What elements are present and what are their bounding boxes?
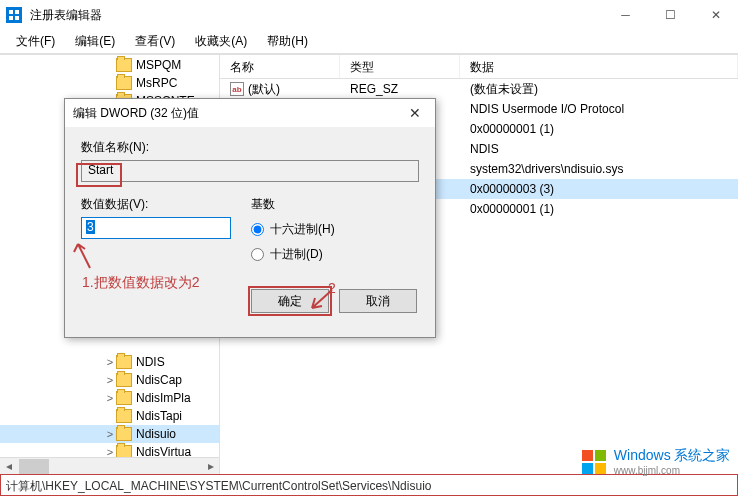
cell-data: NDIS: [460, 142, 738, 156]
tree-item[interactable]: >Ndisuio: [0, 425, 219, 443]
tree-item-label: NdisTapi: [136, 409, 182, 423]
col-type[interactable]: 类型: [340, 55, 460, 78]
svg-rect-6: [582, 463, 593, 474]
watermark-url: www.bjjml.com: [614, 465, 730, 476]
expand-icon[interactable]: >: [104, 428, 116, 440]
value-data-field[interactable]: 3: [81, 217, 231, 239]
dialog-titlebar: 编辑 DWORD (32 位)值 ✕: [65, 99, 435, 127]
minimize-button[interactable]: ─: [603, 0, 648, 30]
folder-icon: [116, 409, 132, 423]
menu-favorites[interactable]: 收藏夹(A): [185, 31, 257, 52]
regedit-icon: [6, 7, 22, 23]
folder-icon: [116, 76, 132, 90]
dialog-close-button[interactable]: ✕: [403, 105, 427, 121]
cell-data: 0x00000001 (1): [460, 122, 738, 136]
tree-item-label: MSPQM: [136, 58, 181, 72]
scroll-thumb[interactable]: [19, 459, 49, 474]
cell-data: (数值未设置): [460, 81, 738, 98]
expand-icon[interactable]: >: [104, 374, 116, 386]
menu-help[interactable]: 帮助(H): [257, 31, 318, 52]
tree-item-label: NdisImPla: [136, 391, 191, 405]
radio-hex-input[interactable]: [251, 223, 264, 236]
svg-rect-0: [9, 10, 13, 14]
menu-view[interactable]: 查看(V): [125, 31, 185, 52]
ok-button[interactable]: 确定: [251, 289, 329, 313]
tree-item[interactable]: >NdisImPla: [0, 389, 219, 407]
string-value-icon: ab: [230, 82, 244, 96]
folder-icon: [116, 391, 132, 405]
svg-rect-2: [9, 16, 13, 20]
cell-type: REG_SZ: [340, 82, 460, 96]
menu-edit[interactable]: 编辑(E): [65, 31, 125, 52]
cell-data: NDIS Usermode I/O Protocol: [460, 102, 738, 116]
window-titlebar: 注册表编辑器 ─ ☐ ✕: [0, 0, 738, 30]
dialog-title: 编辑 DWORD (32 位)值: [73, 105, 199, 122]
scroll-right-icon[interactable]: ▸: [202, 458, 219, 475]
folder-icon: [116, 355, 132, 369]
edit-dword-dialog: 编辑 DWORD (32 位)值 ✕ 数值名称(N): Start 数值数据(V…: [64, 98, 436, 338]
radio-dec[interactable]: 十进制(D): [251, 246, 335, 263]
list-header: 名称 类型 数据: [220, 55, 738, 79]
tree-item[interactable]: >NDIS: [0, 353, 219, 371]
tree-item[interactable]: MSPQM: [0, 56, 219, 74]
tree-item[interactable]: MsRPC: [0, 74, 219, 92]
value-name: (默认): [248, 81, 280, 98]
menu-file[interactable]: 文件(F): [6, 31, 65, 52]
cell-data: 0x00000001 (1): [460, 202, 738, 216]
svg-rect-7: [595, 463, 606, 474]
scroll-left-icon[interactable]: ◂: [0, 458, 17, 475]
col-name[interactable]: 名称: [220, 55, 340, 78]
watermark: Windows 系统之家 www.bjjml.com: [580, 447, 730, 476]
list-row[interactable]: ab(默认)REG_SZ(数值未设置): [220, 79, 738, 99]
tree-item-label: Ndisuio: [136, 427, 176, 441]
cancel-button[interactable]: 取消: [339, 289, 417, 313]
windows-logo-icon: [580, 448, 608, 476]
folder-icon: [116, 58, 132, 72]
statusbar-path: 计算机\HKEY_LOCAL_MACHINE\SYSTEM\CurrentCon…: [0, 474, 738, 496]
expand-icon[interactable]: >: [104, 356, 116, 368]
window-title: 注册表编辑器: [30, 7, 102, 24]
radio-dec-input[interactable]: [251, 248, 264, 261]
base-label: 基数: [251, 196, 335, 213]
svg-rect-3: [15, 16, 19, 20]
menubar: 文件(F) 编辑(E) 查看(V) 收藏夹(A) 帮助(H): [0, 30, 738, 54]
tree-horizontal-scrollbar[interactable]: ◂ ▸: [0, 457, 219, 474]
folder-icon: [116, 373, 132, 387]
tree-item-label: NDIS: [136, 355, 165, 369]
radio-hex[interactable]: 十六进制(H): [251, 221, 335, 238]
cell-data: system32\drivers\ndisuio.sys: [460, 162, 738, 176]
watermark-suffix: 系统之家: [674, 447, 730, 463]
value-name-field[interactable]: Start: [81, 160, 419, 182]
tree-item[interactable]: >NdisCap: [0, 371, 219, 389]
cell-data: 0x00000003 (3): [460, 182, 738, 196]
tree-item[interactable]: NdisTapi: [0, 407, 219, 425]
value-data-label: 数值数据(V):: [81, 196, 251, 213]
maximize-button[interactable]: ☐: [648, 0, 693, 30]
folder-icon: [116, 427, 132, 441]
svg-rect-1: [15, 10, 19, 14]
tree-item-label: MsRPC: [136, 76, 177, 90]
watermark-brand: Windows: [614, 447, 671, 463]
col-data[interactable]: 数据: [460, 55, 738, 78]
svg-rect-4: [582, 450, 593, 461]
cell-name: ab(默认): [220, 81, 340, 98]
tree-item-label: NdisCap: [136, 373, 182, 387]
close-button[interactable]: ✕: [693, 0, 738, 30]
svg-rect-5: [595, 450, 606, 461]
value-name-label: 数值名称(N):: [81, 139, 419, 156]
expand-icon[interactable]: >: [104, 392, 116, 404]
